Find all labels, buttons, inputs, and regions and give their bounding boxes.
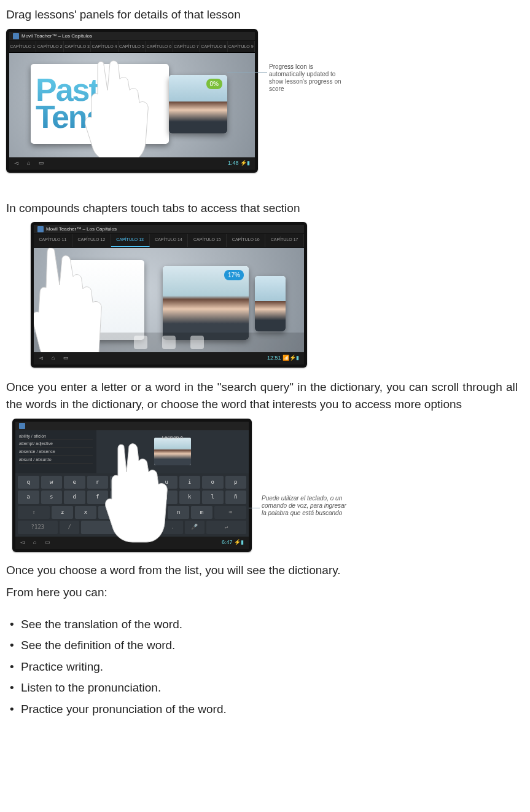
clock: 6:47 ⚡▮	[222, 538, 244, 547]
keyboard-key[interactable]: x	[75, 506, 96, 519]
chapter-tab[interactable]: CAPÍTULO 6	[146, 41, 173, 53]
lesson-carousel: Past Tense 0%	[9, 53, 255, 157]
chapter-tab[interactable]: CAPÍTULO 15	[188, 234, 227, 247]
lesson-carousel: 17%	[34, 248, 304, 352]
keyboard-key[interactable]: w	[41, 476, 63, 489]
keyboard-key[interactable]: k	[179, 491, 201, 504]
home-icon[interactable]: ⌂	[27, 159, 30, 168]
word-list-item[interactable]: absence / absence	[19, 448, 93, 456]
keyboard-key[interactable]: e	[64, 476, 85, 489]
instruction-touch-tabs: In compounds chapters touch tabs to acce…	[6, 200, 518, 218]
lesson-card-next[interactable]: 0%	[169, 75, 227, 133]
instruction-drag-panels: Drag lessons' panels for details of that…	[6, 6, 518, 24]
progress-badge: 0%	[206, 79, 222, 89]
recent-icon[interactable]: ▭	[63, 354, 69, 363]
toolbar-button[interactable]	[134, 336, 147, 349]
callout-progress-icon: Progress Icon is automatically updated t…	[269, 63, 343, 93]
status-title: Movil Teacher™ – Los Capítulos	[46, 226, 117, 233]
word-list-item[interactable]: attempt/ adjective	[19, 440, 93, 448]
keyboard-key[interactable]: p	[225, 476, 247, 489]
home-icon[interactable]: ⌂	[52, 354, 55, 363]
lesson-card-2[interactable]: 17%	[163, 266, 249, 340]
tablet-statusbar	[15, 422, 249, 430]
keyboard-key[interactable]: d	[64, 491, 85, 504]
keyboard-key[interactable]: ñ	[225, 491, 247, 504]
word-list-item[interactable]: ability / afición	[19, 433, 93, 441]
chapter-tab[interactable]: CAPÍTULO 11	[34, 234, 72, 247]
lesson-thumbnail-icon	[255, 276, 286, 331]
keyboard-key[interactable]: i	[179, 476, 201, 489]
dictionary-option-item: Practice writing.	[6, 656, 518, 678]
callout-line	[249, 508, 260, 508]
tablet-nav-bar: ◅ ⌂ ▭ 12:51 📶⚡▮	[34, 352, 304, 365]
keyboard-key[interactable]: ?123	[18, 521, 58, 534]
chapter-tabs: CAPÍTULO 1CAPÍTULO 2CAPÍTULO 3CAPÍTULO 4…	[9, 41, 255, 53]
instruction-choose-word: Once you choose a word from the list, yo…	[6, 562, 518, 580]
keyboard-key[interactable]: q	[18, 476, 39, 489]
screenshot-dictionary-search: ability / aficiónattempt/ adjectiveabsen…	[6, 419, 518, 551]
chapter-tab[interactable]: CAPÍTULO 9	[228, 41, 255, 53]
chapter-tab[interactable]: CAPÍTULO 1	[9, 41, 36, 53]
clock: 12:51 📶⚡▮	[267, 354, 299, 363]
keyboard-key[interactable]: o	[202, 476, 224, 489]
keyboard-key[interactable]: ⌫	[214, 506, 246, 519]
keyboard-mic-key[interactable]: 🎤	[185, 521, 205, 534]
keyboard-key[interactable]: l	[202, 491, 224, 504]
keyboard-key[interactable]: a	[18, 491, 39, 504]
dictionary-option-item: Practice your pronunciation of the word.	[6, 699, 518, 720]
instruction-from-here: From here you can:	[6, 584, 518, 602]
keyboard-key[interactable]: /	[60, 521, 79, 534]
status-title: Movil Teacher™ – Los Capítulos	[21, 33, 92, 40]
callout-line	[227, 72, 267, 73]
app-logo-icon	[13, 33, 19, 39]
gesture-hand-icon	[104, 440, 172, 545]
chapter-tab[interactable]: CAPÍTULO 13	[111, 234, 150, 247]
chapter-tab[interactable]: CAPÍTULO 16	[227, 234, 265, 247]
app-logo-icon	[37, 226, 44, 232]
back-icon[interactable]: ◅	[14, 159, 18, 168]
dictionary-option-item: See the translation of the word.	[6, 614, 518, 636]
dictionary-option-item: See the definition of the word.	[6, 635, 518, 656]
keyboard-key[interactable]: s	[41, 491, 63, 504]
tablet-statusbar: Movil Teacher™ – Los Capítulos	[9, 32, 255, 41]
dictionary-option-item: Listen to the pronunciation.	[6, 677, 518, 699]
toolbar-button[interactable]	[162, 336, 176, 349]
word-list-item[interactable]: absurd / absurdo	[19, 456, 93, 464]
back-icon[interactable]: ◅	[39, 354, 43, 363]
chapter-tab[interactable]: CAPÍTULO 14	[150, 234, 189, 247]
back-icon[interactable]: ◅	[20, 538, 25, 547]
lesson-card-3[interactable]	[255, 276, 286, 331]
home-icon[interactable]: ⌂	[33, 538, 36, 547]
chapter-tab[interactable]: CAPÍTULO 2	[36, 41, 63, 53]
chapter-tab[interactable]: CAPÍTULO 7	[173, 41, 200, 53]
keyboard-key[interactable]: z	[52, 506, 73, 519]
screenshot-chapter-tabs: Movil Teacher™ – Los Capítulos CAPÍTULO …	[6, 222, 518, 368]
chapter-tab[interactable]: CAPÍTULO 8	[200, 41, 227, 53]
tablet-nav-bar: ◅ ⌂ ▭ 1:48 ⚡▮	[9, 157, 255, 170]
recent-icon[interactable]: ▭	[39, 159, 44, 168]
gesture-hand-icon	[83, 56, 157, 157]
screenshot-drag-lesson: Movil Teacher™ – Los Capítulos CAPÍTULO …	[6, 29, 518, 189]
dictionary-options-list: See the translation of the word.See the …	[6, 614, 518, 720]
chapter-tab[interactable]: CAPÍTULO 4	[91, 41, 118, 53]
progress-badge: 17%	[224, 270, 244, 280]
chapter-tab[interactable]: CAPÍTULO 5	[119, 41, 146, 53]
word-list[interactable]: ability / aficiónattempt/ adjectiveabsen…	[15, 430, 96, 473]
keyboard-key[interactable]: ⇧	[18, 506, 50, 519]
chapter-tab[interactable]: CAPÍTULO 12	[72, 234, 111, 247]
clock: 1:48 ⚡▮	[228, 159, 250, 168]
callout-keyboard-voice: Puede utilizar el teclado, o un comando …	[262, 495, 348, 517]
keyboard-key[interactable]: m	[191, 506, 212, 519]
instruction-search-dictionary: Once you enter a letter or a word in the…	[6, 379, 518, 414]
chapter-tab[interactable]: CAPÍTULO 17	[265, 234, 304, 247]
app-logo-icon	[19, 423, 25, 429]
keyboard-key[interactable]: ↵	[206, 521, 246, 534]
chapter-tab[interactable]: CAPÍTULO 3	[64, 41, 91, 53]
recent-icon[interactable]: ▭	[45, 538, 50, 547]
toolbar-button[interactable]	[190, 336, 204, 349]
gesture-hand-icon	[34, 248, 107, 352]
tablet-statusbar: Movil Teacher™ – Los Capítulos	[34, 225, 304, 234]
chapter-tabs: CAPÍTULO 11CAPÍTULO 12CAPÍTULO 13CAPÍTUL…	[34, 234, 304, 248]
